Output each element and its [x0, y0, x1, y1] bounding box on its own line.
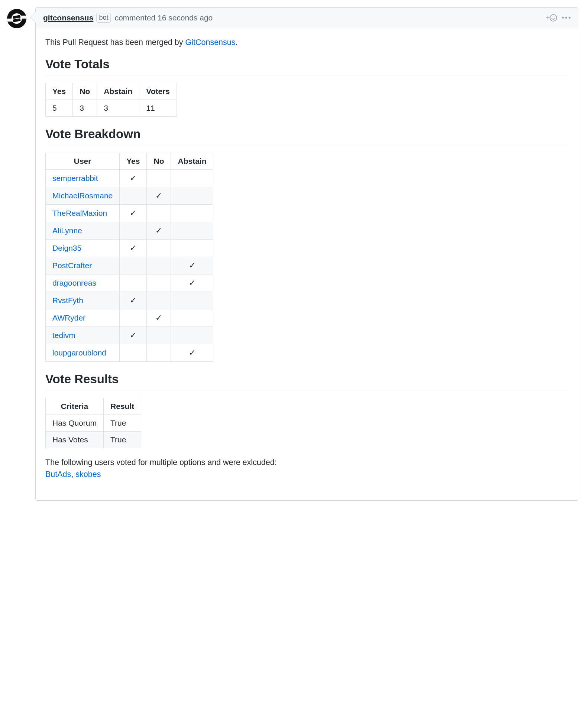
excluded-user-link[interactable]: skobes — [75, 470, 101, 479]
user-cell: dragoonreas — [46, 274, 120, 292]
no-cell — [147, 204, 171, 222]
yes-cell — [120, 222, 147, 239]
vote-totals-heading: Vote Totals — [45, 57, 568, 75]
value-yes: 5 — [46, 100, 73, 116]
table-row: tedivm✓ — [46, 326, 213, 344]
no-cell — [147, 239, 171, 257]
user-link[interactable]: RvstFyth — [52, 296, 83, 305]
comment-actions: + — [546, 13, 570, 22]
user-cell: loupgaroublond — [46, 344, 120, 361]
yes-cell: ✓ — [120, 326, 147, 344]
table-row: Has VotesTrue — [46, 431, 141, 448]
user-link[interactable]: Deign35 — [52, 244, 81, 252]
no-cell — [147, 292, 171, 309]
no-cell: ✓ — [147, 187, 171, 204]
abstain-cell — [171, 204, 213, 222]
user-link[interactable]: tedivm — [52, 331, 75, 339]
no-cell — [147, 274, 171, 292]
table-row: TheRealMaxion✓ — [46, 204, 213, 222]
value-abstain: 3 — [97, 100, 139, 116]
table-row: Deign35✓ — [46, 239, 213, 257]
user-link[interactable]: semperrabbit — [52, 174, 98, 182]
svg-point-5 — [554, 17, 555, 17]
yes-cell: ✓ — [120, 239, 147, 257]
table-row: Has QuorumTrue — [46, 415, 141, 431]
user-cell: MichaelRosmane — [46, 187, 120, 204]
no-cell — [147, 257, 171, 274]
user-link[interactable]: dragoonreas — [52, 279, 96, 287]
abstain-cell — [171, 309, 213, 326]
vote-breakdown-table: User Yes No Abstain semperrabbit✓Michael… — [45, 153, 213, 362]
avatar[interactable] — [6, 7, 28, 30]
header-yes: Yes — [120, 153, 147, 169]
abstain-cell: ✓ — [171, 344, 213, 361]
no-cell: ✓ — [147, 309, 171, 326]
vote-results-heading: Vote Results — [45, 372, 568, 390]
comment-timeline-item: gitconsensus bot commented 16 seconds ag… — [4, 7, 578, 501]
vote-breakdown-heading: Vote Breakdown — [45, 127, 568, 145]
table-row: AWRyder✓ — [46, 309, 213, 326]
header-abstain: Abstain — [171, 153, 213, 169]
user-cell: PostCrafter — [46, 257, 120, 274]
header-voters: Voters — [139, 83, 177, 100]
user-link[interactable]: AWRyder — [52, 313, 85, 322]
header-result: Result — [104, 398, 141, 415]
criteria-cell: Has Votes — [46, 431, 104, 448]
comment-author-link[interactable]: gitconsensus — [43, 13, 93, 22]
intro-text: This Pull Request has been merged by Git… — [45, 36, 568, 48]
user-link[interactable]: AliLynne — [52, 226, 82, 235]
yes-cell: ✓ — [120, 204, 147, 222]
abstain-cell — [171, 326, 213, 344]
excluded-user-link[interactable]: ButAds — [45, 470, 71, 479]
table-row: semperrabbit✓ — [46, 169, 213, 187]
comment-header: gitconsensus bot commented 16 seconds ag… — [36, 8, 578, 28]
criteria-cell: Has Quorum — [46, 415, 104, 431]
user-cell: AliLynne — [46, 222, 120, 239]
table-row: loupgaroublond✓ — [46, 344, 213, 361]
abstain-cell: ✓ — [171, 274, 213, 292]
user-cell: RvstFyth — [46, 292, 120, 309]
table-row: AliLynne✓ — [46, 222, 213, 239]
table-row: RvstFyth✓ — [46, 292, 213, 309]
abstain-cell — [171, 169, 213, 187]
no-cell — [147, 326, 171, 344]
yes-cell — [120, 274, 147, 292]
yes-cell: ✓ — [120, 169, 147, 187]
user-link[interactable]: TheRealMaxion — [52, 209, 107, 217]
abstain-cell — [171, 187, 213, 204]
user-link[interactable]: PostCrafter — [52, 261, 92, 270]
header-no: No — [147, 153, 171, 169]
abstain-cell — [171, 239, 213, 257]
table-row: PostCrafter✓ — [46, 257, 213, 274]
smiley-icon — [549, 14, 557, 22]
yes-cell — [120, 309, 147, 326]
no-cell — [147, 344, 171, 361]
value-no: 3 — [73, 100, 97, 116]
yes-cell — [120, 187, 147, 204]
abstain-cell — [171, 222, 213, 239]
no-cell: ✓ — [147, 222, 171, 239]
add-reaction-button[interactable]: + — [546, 13, 557, 22]
no-cell — [147, 169, 171, 187]
value-voters: 11 — [139, 100, 177, 116]
user-cell: tedivm — [46, 326, 120, 344]
header-no: No — [73, 83, 97, 100]
user-link[interactable]: loupgaroublond — [52, 348, 106, 357]
yes-cell: ✓ — [120, 292, 147, 309]
user-link[interactable]: MichaelRosmane — [52, 191, 113, 200]
svg-point-3 — [550, 14, 557, 21]
comment-container: gitconsensus bot commented 16 seconds ag… — [35, 7, 578, 501]
comment-body: This Pull Request has been merged by Git… — [36, 28, 578, 501]
abstain-cell: ✓ — [171, 257, 213, 274]
vote-totals-table: Yes No Abstain Voters 5 3 3 11 — [45, 83, 177, 117]
gitconsensus-link[interactable]: GitConsensus — [185, 38, 235, 47]
bot-badge: bot — [96, 13, 111, 23]
yes-cell — [120, 344, 147, 361]
table-row: dragoonreas✓ — [46, 274, 213, 292]
svg-point-4 — [552, 17, 553, 17]
excluded-users: ButAds, skobes — [45, 470, 101, 479]
header-criteria: Criteria — [46, 398, 104, 415]
header-abstain: Abstain — [97, 83, 139, 100]
comment-menu-button[interactable] — [562, 17, 570, 19]
header-yes: Yes — [46, 83, 73, 100]
